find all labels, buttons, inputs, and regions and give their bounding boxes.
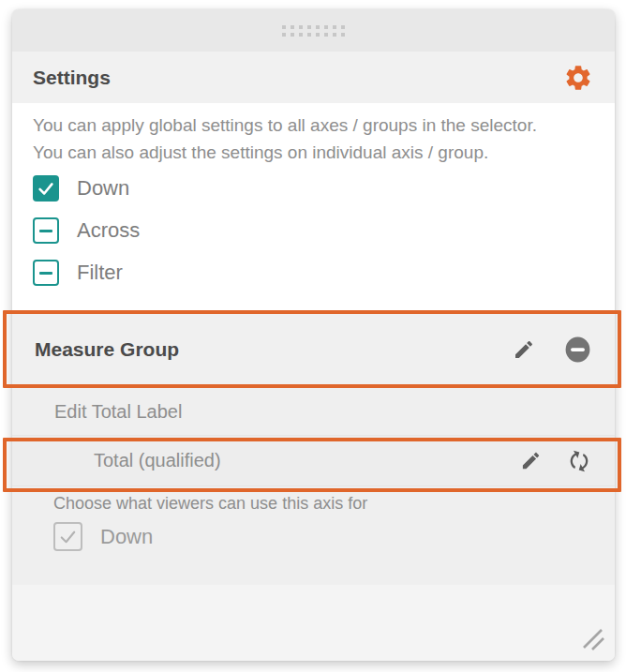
measure-group-settings: Edit Total Label Total (qualified) Choos… [12, 385, 615, 585]
indeterminate-dash-icon [39, 230, 52, 232]
global-settings-section: You can apply global settings to all axe… [12, 103, 615, 312]
settings-header: Settings [12, 52, 615, 103]
edit-total-label-heading: Edit Total Label [12, 385, 615, 435]
checkbox-label-down[interactable]: Down [77, 176, 129, 201]
checkbox-row-down-disabled: Down [53, 522, 615, 551]
checkbox-filter[interactable] [33, 260, 59, 286]
checkbox-row-across[interactable]: Across [33, 217, 594, 244]
refresh-icon [561, 443, 597, 479]
checkbox-label-down-disabled: Down [100, 525, 153, 549]
description-line-2: You can also adjust the settings on indi… [33, 139, 594, 166]
total-label-value: Total (qualified) [94, 450, 520, 471]
measure-group-row: Measure Group [12, 312, 615, 385]
checkbox-label-across[interactable]: Across [77, 218, 140, 243]
checkmark-icon [36, 178, 56, 199]
resize-grip-icon[interactable] [580, 626, 605, 655]
pencil-icon [513, 338, 535, 361]
settings-panel: Settings You can apply global settings t… [12, 9, 615, 661]
panel-footer [12, 585, 615, 661]
pencil-icon [520, 450, 542, 471]
page-title: Settings [33, 67, 562, 89]
remove-circle-icon [563, 335, 592, 365]
checkbox-across[interactable] [33, 217, 59, 244]
edit-total-label-button[interactable] [520, 450, 542, 471]
checkmark-icon [57, 526, 79, 547]
gear-icon [563, 63, 593, 93]
checkbox-down-disabled [53, 522, 82, 551]
checkbox-row-down[interactable]: Down [33, 175, 594, 202]
reset-total-label-button[interactable] [566, 448, 592, 474]
remove-measure-group-button[interactable] [563, 335, 592, 365]
total-label-row: Total (qualified) [12, 435, 615, 486]
panel-drag-handle[interactable] [12, 9, 615, 52]
checkbox-down[interactable] [33, 175, 59, 202]
checkbox-label-filter[interactable]: Filter [77, 261, 123, 285]
indeterminate-dash-icon [39, 272, 52, 275]
checkbox-row-filter[interactable]: Filter [33, 260, 594, 286]
viewer-axis-heading: Choose what viewers can use this axis fo… [12, 486, 615, 514]
settings-gear-button[interactable] [562, 62, 594, 94]
edit-measure-group-button[interactable] [513, 338, 535, 361]
drag-dots-icon [282, 25, 345, 37]
measure-group-title: Measure Group [35, 338, 513, 361]
description-line-1: You can apply global settings to all axe… [33, 112, 594, 139]
